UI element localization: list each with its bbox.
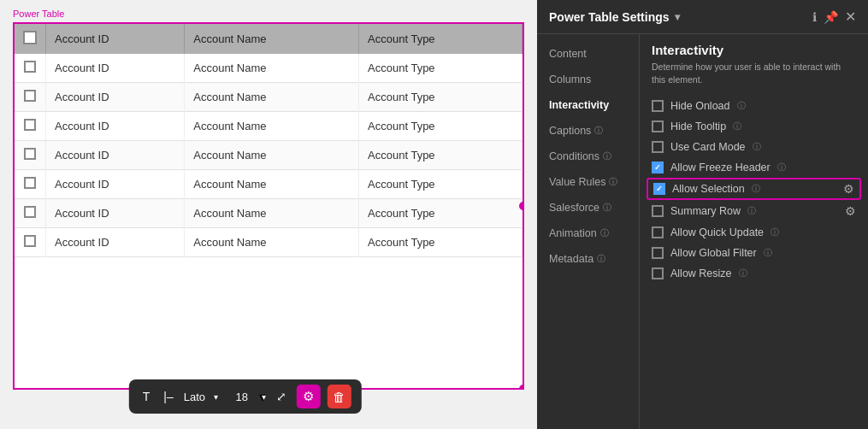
gear-icon: ⚙ — [303, 389, 314, 404]
col-account-name: Account Name — [185, 24, 359, 54]
size-dropdown[interactable]: ▾ — [259, 389, 266, 405]
option-label: Summary Row — [670, 205, 741, 217]
font-select[interactable]: Lato — [184, 391, 218, 403]
pin-icon[interactable]: 📌 — [824, 10, 838, 24]
option-info-icon: ⓘ — [771, 226, 779, 238]
option-checkbox-allow-resize[interactable] — [652, 267, 664, 279]
table-cell: Account Type — [359, 170, 523, 199]
text-icon: T — [143, 390, 151, 403]
info-icon: ⓘ — [597, 253, 605, 265]
nav-item-captions[interactable]: Captionsⓘ — [537, 118, 639, 144]
option-label: Allow Global Filter — [670, 247, 757, 259]
toolbar-external-btn[interactable]: ⤢ — [273, 388, 290, 405]
info-icon: ⓘ — [594, 125, 603, 137]
nav-item-columns[interactable]: Columns — [537, 67, 639, 92]
option-checkbox-summary-row[interactable] — [652, 205, 664, 217]
table-cell: Account Type — [359, 54, 523, 83]
info-icon: ⓘ — [609, 176, 617, 188]
option-checkbox-allow-freeze-header[interactable] — [652, 162, 664, 173]
header-checkbox[interactable] — [23, 31, 37, 44]
section-desc: Determine how your user is able to inter… — [652, 61, 856, 85]
table-cell: Account Type — [359, 228, 523, 257]
settings-header: Power Table Settings ▾ ℹ 📌 ✕ — [537, 0, 868, 34]
data-table: Account ID Account Name Account Type Acc… — [15, 24, 523, 257]
option-row: Allow Resizeⓘ — [652, 263, 856, 284]
nav-item-metadata[interactable]: Metadataⓘ — [537, 246, 639, 272]
left-panel: Power Table Account ID Account Name Acco… — [0, 0, 537, 429]
option-checkbox-hide-tooltip[interactable] — [652, 120, 664, 132]
option-label: Allow Quick Update — [670, 226, 764, 238]
settings-title-text: Power Table Settings — [549, 10, 670, 24]
option-label: Hide Tooltip — [670, 120, 726, 132]
settings-title-actions: ℹ 📌 ✕ — [812, 9, 856, 25]
nav-item-value-rules[interactable]: Value Rulesⓘ — [537, 169, 639, 195]
settings-title: Power Table Settings ▾ — [549, 10, 680, 24]
row-checkbox[interactable] — [24, 206, 36, 218]
nav-item-animation[interactable]: Animationⓘ — [537, 220, 639, 246]
table-cell: Account Type — [359, 83, 523, 112]
row-checkbox[interactable] — [24, 148, 36, 160]
option-info-icon: ⓘ — [747, 205, 756, 217]
settings-content: Interactivity Determine how your user is… — [640, 34, 868, 429]
option-info-icon: ⓘ — [739, 267, 747, 279]
font-size-display: 18 — [232, 391, 252, 403]
nav-item-interactivity[interactable]: Interactivity — [537, 92, 639, 118]
row-checkbox[interactable] — [24, 90, 36, 102]
option-row: Allow Freeze Headerⓘ — [652, 157, 856, 178]
col-account-id: Account ID — [46, 24, 185, 54]
option-checkbox-allow-global-filter[interactable] — [652, 247, 664, 259]
option-gear-icon[interactable]: ⚙ — [843, 182, 854, 196]
option-checkbox-allow-quick-update[interactable] — [652, 226, 664, 238]
trash-icon: 🗑 — [333, 390, 345, 404]
nav-item-salesforce[interactable]: Salesforceⓘ — [537, 195, 639, 220]
toolbar-delete-btn[interactable]: 🗑 — [328, 385, 351, 408]
row-checkbox[interactable] — [24, 61, 36, 73]
option-row: Allow Global Filterⓘ — [652, 243, 856, 263]
table-cell: Account Name — [185, 228, 359, 257]
col-account-type: Account Type — [359, 24, 523, 54]
option-row: Hide Onloadⓘ — [652, 96, 856, 116]
nav-item-conditions[interactable]: Conditionsⓘ — [537, 144, 639, 169]
option-label: Allow Freeze Header — [670, 162, 771, 173]
option-label: Allow Resize — [670, 267, 732, 279]
right-panel: Power Table Settings ▾ ℹ 📌 ✕ ContentColu… — [537, 0, 868, 429]
table-cell: Account ID — [46, 54, 185, 83]
option-checkbox-hide-onload[interactable] — [652, 100, 664, 112]
table-row: Account IDAccount NameAccount Type — [15, 112, 523, 141]
nav-item-content[interactable]: Content — [537, 41, 639, 67]
option-gear-icon[interactable]: ⚙ — [845, 204, 856, 218]
table-row: Account IDAccount NameAccount Type — [15, 199, 523, 228]
resize-handle-right[interactable] — [519, 202, 524, 210]
table-row: Account IDAccount NameAccount Type — [15, 170, 523, 199]
table-row: Account IDAccount NameAccount Type — [15, 228, 523, 257]
table-cell: Account Type — [359, 141, 523, 170]
font-selector[interactable]: Lato — [184, 391, 218, 403]
option-info-icon: ⓘ — [777, 162, 786, 173]
table-cell: Account ID — [46, 228, 185, 257]
option-checkbox-allow-selection[interactable] — [653, 183, 665, 195]
toolbar-gear-btn[interactable]: ⚙ — [297, 385, 321, 408]
table-cell: Account Name — [185, 112, 359, 141]
table-wrapper: Account ID Account Name Account Type Acc… — [13, 22, 524, 390]
option-row: Use Card Modeⓘ — [652, 137, 856, 157]
option-info-icon: ⓘ — [764, 247, 772, 259]
option-checkbox-use-card-mode[interactable] — [652, 141, 664, 153]
table-cell: Account Name — [185, 199, 359, 228]
table-container: Account ID Account Name Account Type Acc… — [15, 24, 523, 388]
toolbar-text-btn[interactable]: T — [139, 388, 154, 405]
table-cell: Account Name — [185, 83, 359, 112]
info-icon: ⓘ — [603, 150, 611, 162]
table-row: Account IDAccount NameAccount Type — [15, 54, 523, 83]
resize-handle-bottom-right[interactable] — [519, 385, 524, 390]
row-checkbox[interactable] — [24, 119, 36, 131]
option-label: Allow Selection — [672, 183, 745, 195]
row-checkbox[interactable] — [24, 235, 36, 247]
table-cell: Account Type — [359, 199, 523, 228]
toolbar-align-btn[interactable]: |– — [160, 388, 176, 405]
row-checkbox[interactable] — [24, 177, 36, 189]
table-cell: Account ID — [46, 83, 185, 112]
info-icon[interactable]: ℹ — [812, 10, 817, 24]
close-icon[interactable]: ✕ — [845, 9, 856, 25]
table-cell: Account ID — [46, 141, 185, 170]
title-chevron-icon[interactable]: ▾ — [675, 11, 680, 23]
